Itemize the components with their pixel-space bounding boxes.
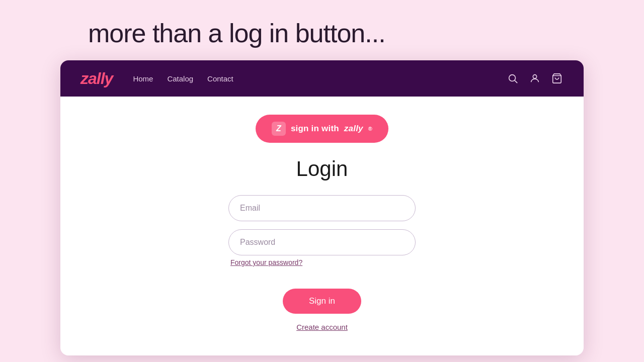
navbar-left: zally Home Catalog Contact xyxy=(80,69,233,88)
logo[interactable]: zally xyxy=(80,69,113,88)
email-field-group xyxy=(228,195,416,221)
forgot-password-link[interactable]: Forgot your password? xyxy=(230,258,416,266)
sign-in-with-text: sign in with xyxy=(291,124,339,134)
browser-window: zally Home Catalog Contact xyxy=(60,60,584,355)
zally-z-icon: Z xyxy=(272,122,286,136)
password-input[interactable] xyxy=(228,229,416,255)
svg-point-0 xyxy=(509,75,516,81)
sign-in-button[interactable]: Sign in xyxy=(283,289,361,314)
nav-link-contact[interactable]: Contact xyxy=(207,74,233,83)
sign-in-zally-button[interactable]: Z sign in with zally ® xyxy=(256,115,388,143)
password-field-group: Forgot your password? xyxy=(228,229,416,266)
user-icon[interactable] xyxy=(528,72,541,85)
navbar: zally Home Catalog Contact xyxy=(60,60,584,97)
login-title: Login xyxy=(296,157,348,181)
svg-line-1 xyxy=(515,80,517,83)
cart-icon[interactable] xyxy=(550,72,564,85)
svg-point-2 xyxy=(533,75,536,78)
nav-links: Home Catalog Contact xyxy=(133,74,233,83)
page-background: more than a log in button... zally Home … xyxy=(0,0,644,355)
nav-link-catalog[interactable]: Catalog xyxy=(167,74,193,83)
email-input[interactable] xyxy=(228,195,416,221)
main-content: Z sign in with zally ® Login Forgot your… xyxy=(60,97,584,355)
sign-in-zally-brand: zally xyxy=(344,124,363,134)
nav-link-home[interactable]: Home xyxy=(133,74,153,83)
create-account-link[interactable]: Create account xyxy=(296,323,348,331)
search-icon[interactable] xyxy=(506,72,519,85)
registered-mark: ® xyxy=(368,126,372,132)
nav-icons xyxy=(506,72,564,85)
page-tagline: more than a log in button... xyxy=(0,0,644,60)
